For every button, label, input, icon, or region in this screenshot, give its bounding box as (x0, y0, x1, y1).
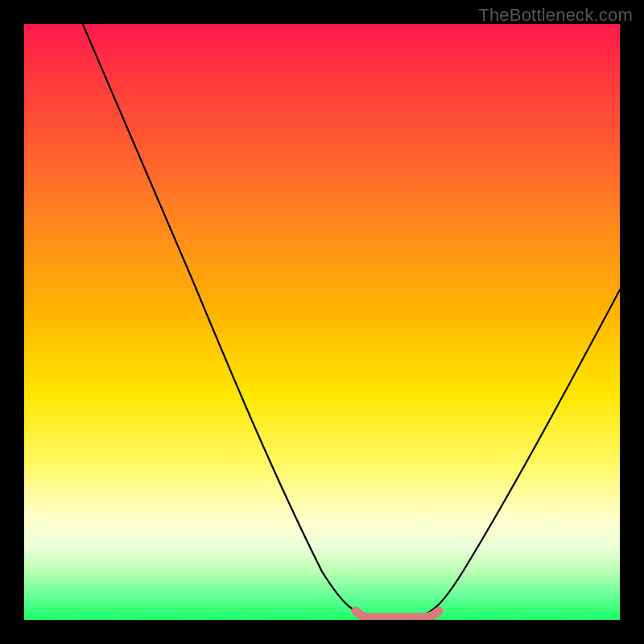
bottleneck-curve-path (48, 24, 620, 617)
watermark-text: TheBottleneck.com (478, 5, 633, 26)
chart-area (24, 24, 620, 620)
chart-svg (24, 24, 620, 620)
optimal-zone-highlight (356, 611, 439, 617)
